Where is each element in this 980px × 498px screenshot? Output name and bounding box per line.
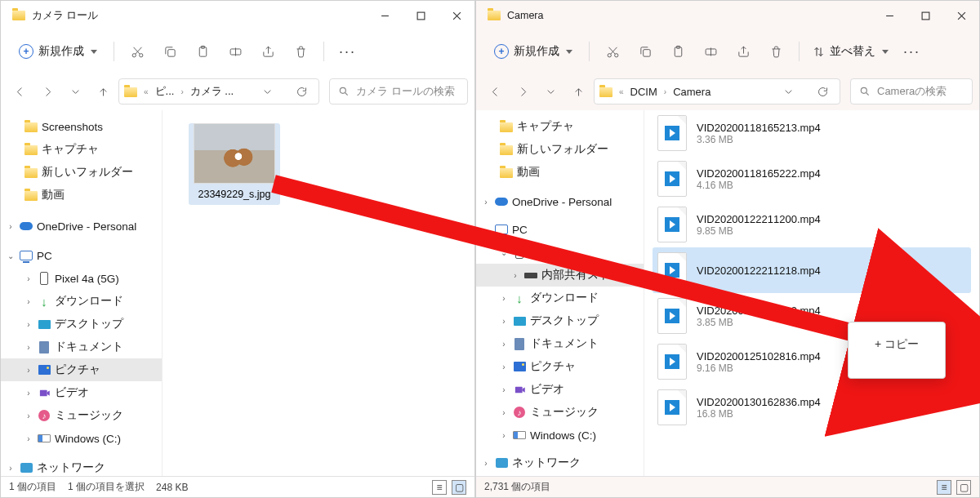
view-list-button[interactable]: ≡ xyxy=(432,480,447,495)
share-button[interactable] xyxy=(728,37,758,66)
more-button[interactable]: ··· xyxy=(332,43,363,60)
tree-item-picture[interactable]: ›ピクチャ xyxy=(1,358,162,381)
address-bar[interactable]: « DCIM › Camera xyxy=(594,78,840,104)
tree-item-pixel[interactable]: ⌄a (5G) xyxy=(476,241,644,264)
close-button[interactable] xyxy=(439,2,474,29)
content-pane[interactable]: VID20200118165213.mp43.36 MB VID20200118… xyxy=(644,110,979,476)
file-item-selected[interactable]: 23349229_s.jpg xyxy=(189,123,280,205)
content-pane[interactable]: 23349229_s.jpg xyxy=(163,110,474,476)
rename-button[interactable] xyxy=(696,37,725,66)
up-button[interactable] xyxy=(566,79,590,104)
back-button[interactable] xyxy=(483,79,507,104)
tree-item-desktop[interactable]: ›デスクトップ xyxy=(1,313,162,336)
tree-item-capture[interactable]: キャプチャ xyxy=(1,138,162,161)
refresh-button[interactable] xyxy=(810,79,835,104)
history-chevron[interactable] xyxy=(63,79,87,104)
tree-item-windows[interactable]: ›Windows (C:) xyxy=(1,427,162,450)
status-item-count: 2,731 個の項目 xyxy=(484,480,550,494)
file-row-selected[interactable]: VID20200122211218.mp4 xyxy=(653,247,971,293)
nav-tree[interactable]: キャプチャ 新しいフォルダー 動画 ›OneDrive - Personal ⌄… xyxy=(476,110,644,476)
rename-button[interactable] xyxy=(220,37,250,66)
cut-button[interactable] xyxy=(598,37,627,66)
breadcrumb-2[interactable]: Camera xyxy=(673,86,710,98)
folder-icon xyxy=(488,9,501,22)
refresh-button[interactable] xyxy=(289,79,314,104)
view-list-button[interactable]: ≡ xyxy=(937,480,951,495)
addr-chevron[interactable] xyxy=(776,79,800,104)
search-box[interactable]: カメラ ロールの検索 xyxy=(329,78,468,104)
search-box[interactable]: Cameraの検索 xyxy=(850,78,973,104)
breadcrumb-2[interactable]: カメラ ... xyxy=(190,84,234,99)
tree-item-network[interactable]: ›ネットワーク xyxy=(476,451,644,474)
sort-button[interactable]: 並べ替え xyxy=(808,44,893,59)
tree-item-onedrive[interactable]: ›OneDrive - Personal xyxy=(476,190,644,213)
tree-item-network[interactable]: ›ネットワーク xyxy=(1,456,162,476)
tree-item-windows[interactable]: ›Windows (C:) xyxy=(476,424,644,447)
maximize-button[interactable] xyxy=(907,2,943,29)
breadcrumb-1[interactable]: ピ... xyxy=(155,84,175,99)
search-placeholder: カメラ ロールの検索 xyxy=(356,84,455,99)
nav-tree[interactable]: Screenshots キャプチャ 新しいフォルダー 動画 ›OneDrive … xyxy=(1,110,163,476)
video-file-icon xyxy=(657,252,687,288)
tree-item-document[interactable]: ›ドキュメント xyxy=(1,336,162,358)
tree-item-videos[interactable]: ›ビデオ xyxy=(1,381,162,404)
new-button[interactable]: + 新規作成 xyxy=(486,39,581,64)
tree-item-document[interactable]: ›ドキュメント xyxy=(476,332,644,355)
minimize-button[interactable] xyxy=(871,2,907,29)
tree-item-pc[interactable]: ⌄PC xyxy=(476,218,644,241)
view-grid-button[interactable]: ▢ xyxy=(956,480,971,495)
tree-item-video[interactable]: 動画 xyxy=(1,184,162,207)
titlebar[interactable]: カメラ ロール xyxy=(1,1,474,30)
tree-item-newfolder[interactable]: 新しいフォルダー xyxy=(476,138,644,161)
search-icon xyxy=(338,86,350,97)
file-row[interactable]: VID20200118165222.mp44.16 MB xyxy=(653,156,971,202)
tree-item-download[interactable]: ›↓ダウンロード xyxy=(476,287,644,309)
file-row[interactable]: VID20200118165213.mp43.36 MB xyxy=(653,110,971,156)
minimize-button[interactable] xyxy=(367,2,403,29)
share-button[interactable] xyxy=(253,37,283,66)
new-button[interactable]: + 新規作成 xyxy=(11,39,105,64)
tree-item-capture[interactable]: キャプチャ xyxy=(476,115,644,138)
sort-label: 並べ替え xyxy=(830,44,875,59)
history-chevron[interactable] xyxy=(538,79,563,104)
tree-item-onedrive[interactable]: ›OneDrive - Personal xyxy=(1,215,162,238)
view-grid-button[interactable]: ▢ xyxy=(452,480,466,495)
svg-point-16 xyxy=(861,87,866,93)
file-row[interactable]: VID20200130162836.mp416.8 MB xyxy=(653,385,971,430)
forward-button[interactable] xyxy=(510,79,535,104)
copy-button[interactable] xyxy=(155,37,185,66)
close-button[interactable] xyxy=(943,2,979,29)
tree-item-videos[interactable]: ›ビデオ xyxy=(476,378,644,401)
video-file-icon xyxy=(657,389,687,425)
delete-button[interactable] xyxy=(761,37,791,66)
tree-item-pc[interactable]: ⌄PC xyxy=(1,244,162,267)
svg-point-7 xyxy=(340,87,345,93)
addr-chevron[interactable] xyxy=(255,79,279,104)
tree-item-newfolder[interactable]: 新しいフォルダー xyxy=(1,161,162,184)
tree-item-storage[interactable]: ›内部共有ストレ xyxy=(476,264,644,287)
maximize-button[interactable] xyxy=(403,2,439,29)
tree-item-music[interactable]: ›♪ミュージック xyxy=(476,401,644,424)
tree-item-music[interactable]: ›♪ミュージック xyxy=(1,404,162,427)
breadcrumb-1[interactable]: DCIM xyxy=(630,86,657,98)
sort-icon xyxy=(813,46,825,58)
chevron-down-icon xyxy=(566,50,572,54)
copy-button[interactable] xyxy=(630,37,660,66)
up-button[interactable] xyxy=(91,79,115,104)
tree-item-desktop[interactable]: ›デスクトップ xyxy=(476,309,644,332)
titlebar[interactable]: Camera xyxy=(476,1,979,30)
paste-button[interactable] xyxy=(663,37,693,66)
tree-item-video[interactable]: 動画 xyxy=(476,161,644,184)
delete-button[interactable] xyxy=(286,37,315,66)
tree-item-pixel[interactable]: ›Pixel 4a (5G) xyxy=(1,267,162,290)
file-row[interactable]: VID20200122211200.mp49.85 MB xyxy=(653,202,971,247)
tree-item-picture[interactable]: ›ピクチャ xyxy=(476,355,644,378)
address-bar[interactable]: « ピ... › カメラ ... xyxy=(118,78,319,104)
tree-item-screenshots[interactable]: Screenshots xyxy=(1,115,162,138)
more-button[interactable]: ··· xyxy=(897,43,927,60)
forward-button[interactable] xyxy=(35,79,60,104)
paste-button[interactable] xyxy=(188,37,217,66)
back-button[interactable] xyxy=(7,79,32,104)
tree-item-download[interactable]: ›↓ダウンロード xyxy=(1,290,162,313)
cut-button[interactable] xyxy=(122,37,152,66)
